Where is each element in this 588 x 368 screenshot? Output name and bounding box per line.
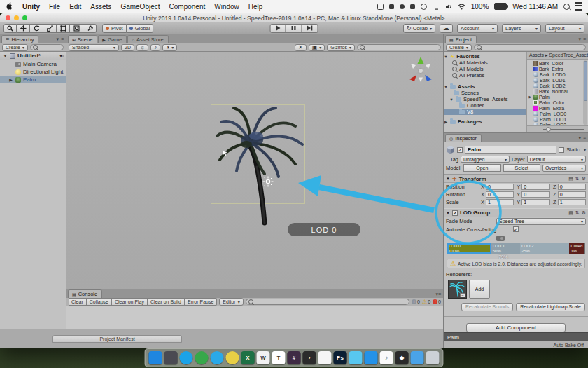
window-titlebar[interactable]: Unity 2019.1.0a14 Personal - Untitled - … [0, 13, 588, 23]
dock-icon[interactable] [426, 351, 440, 364]
slider-knob[interactable] [546, 127, 551, 132]
dock-icon[interactable]: T [272, 351, 286, 364]
dock-icon[interactable]: › [303, 351, 316, 364]
menubar-assets[interactable]: Assets [90, 3, 111, 11]
conifer-row[interactable]: Conifer [444, 102, 526, 109]
project-create-button[interactable]: Create▾ [446, 44, 472, 51]
cloud-button[interactable]: ☁ [440, 24, 453, 33]
status-eye-icon[interactable] [421, 4, 427, 10]
global-toggle-button[interactable]: Global [127, 24, 154, 33]
2d-toggle[interactable]: 2D [121, 44, 134, 51]
gameobject-name-field[interactable] [465, 146, 556, 154]
panel-menu-icon[interactable]: ≡ [583, 36, 586, 42]
add-component-button[interactable]: Add Component [466, 323, 566, 332]
overrides-dropdown[interactable]: Overrides▾ [542, 165, 586, 172]
asset-row[interactable]: Palm_Color [528, 100, 582, 105]
spotlight-icon[interactable] [564, 4, 570, 10]
x-field[interactable]: 1 [486, 199, 514, 205]
step-button[interactable] [302, 24, 318, 33]
scene-viewport[interactable]: LOD 0 [66, 52, 443, 289]
dock-icon[interactable] [211, 351, 224, 364]
v8-row[interactable]: V8 [444, 109, 526, 115]
asset-row[interactable]: Palm_LOD2 [528, 122, 582, 125]
dock-icon[interactable] [365, 351, 378, 364]
custom-tool-button[interactable] [83, 24, 97, 33]
lod-camera-icon[interactable] [496, 236, 505, 241]
asset-row[interactable]: Bark_LOD2 [528, 83, 582, 88]
x-field[interactable]: 0 [486, 191, 514, 198]
dock-icon[interactable] [195, 351, 209, 364]
model-select-button[interactable]: Select [503, 164, 541, 172]
fade-mode-dropdown[interactable]: Speed Tree▾ [496, 218, 586, 225]
recalculate-lightmap-button[interactable]: Recalculate Lightmap Scale [516, 303, 585, 311]
menubar-edit[interactable]: Edit [69, 3, 81, 11]
console-button[interactable]: Clear on Play [112, 298, 148, 306]
scene-audio-toggle[interactable]: ♪ [150, 44, 160, 51]
model-open-button[interactable]: Open [463, 164, 501, 172]
console-editor-dropdown[interactable]: Editor▾ [219, 298, 243, 306]
panel-menu-icon[interactable]: ▾≡ [435, 292, 441, 297]
menubar-file[interactable]: File [49, 3, 60, 11]
console-button[interactable]: Clear on Build [148, 298, 185, 306]
static-dropdown-icon[interactable]: ▾ [584, 147, 586, 152]
all-prefabs-row[interactable]: All Prefabs [444, 72, 526, 79]
minimize-window-button[interactable] [14, 15, 19, 20]
asset-row[interactable]: ▶ Palm [528, 94, 582, 100]
auto-bake-status[interactable]: Auto Bake Off [444, 341, 588, 348]
y-field[interactable]: 0 [522, 184, 550, 190]
asset-row[interactable]: Bark_Color [528, 60, 582, 66]
console-button[interactable]: Collapse [87, 298, 112, 306]
dock-icon[interactable] [164, 351, 178, 364]
light-gizmo-icon[interactable] [262, 176, 274, 187]
console-log-area[interactable] [66, 306, 443, 329]
collab-button[interactable]: ↻ Collab▾ [403, 24, 435, 33]
move-tool-button[interactable] [17, 24, 30, 33]
foldout-icon[interactable]: ▼ [446, 177, 450, 181]
wifi-icon[interactable] [458, 4, 465, 10]
lod-segment[interactable]: LOD 0100% [447, 243, 491, 254]
dock-icon[interactable]: W [257, 351, 270, 364]
asset-row[interactable]: Bark_Extra [528, 66, 582, 71]
palm-tree-model[interactable] [216, 101, 308, 226]
scene-tools-toggle[interactable]: ✕ [295, 44, 307, 51]
scale-tool-button[interactable] [43, 24, 57, 33]
lod-slider[interactable]: LOD 0100% LOD 150% LOD 225% [447, 236, 585, 257]
hierarchy-scene-row[interactable]: ▼ Untitled* ▾≡ [0, 52, 66, 60]
layer-dropdown[interactable]: Default▾ [527, 156, 586, 163]
notification-center-icon[interactable] [575, 2, 582, 11]
dock-icon[interactable] [411, 351, 424, 364]
lod-segment[interactable]: LOD 150% [491, 243, 520, 254]
tab-scene[interactable]: ⊞Scene [68, 35, 97, 43]
error-count[interactable]: 0 [433, 299, 441, 304]
z-field[interactable]: 0 [558, 191, 586, 198]
foldout-icon[interactable]: ▼ [3, 54, 8, 58]
scene-options-icon[interactable]: ▾≡ [59, 53, 64, 58]
settings-gear-icon[interactable]: ⚙ [582, 210, 586, 216]
panel-menu-icon[interactable]: ≡ [583, 135, 586, 141]
hierarchy-item[interactable]: Directional Light [0, 68, 66, 76]
scrollbar[interactable] [583, 60, 587, 125]
dock-icon[interactable] [149, 351, 162, 364]
lock-icon[interactable]: ▾ [56, 36, 59, 42]
zoom-window-button[interactable] [22, 15, 27, 20]
status-app-icon[interactable] [377, 4, 384, 10]
lock-icon[interactable]: ▾ [578, 135, 581, 141]
pivot-toggle-button[interactable]: Pivot [102, 24, 127, 33]
add-renderer-button[interactable]: Add [469, 280, 490, 299]
tab-inspector[interactable]: ◎Inspector [445, 134, 482, 142]
hand-tool-button[interactable] [4, 24, 17, 33]
tab-console[interactable]: ▤Console [68, 289, 102, 298]
asset-row[interactable]: Bark_LOD0 [528, 71, 582, 77]
tab-hierarchy[interactable]: ☰Hierarchy [1, 35, 38, 43]
warning-count[interactable]: ⚠0 [422, 299, 430, 304]
lod-group-header[interactable]: ▼ ✓ LOD Group ▤⇅⚙ [444, 208, 588, 217]
scene-search-input[interactable] [357, 44, 441, 50]
status-app-icon[interactable] [400, 4, 405, 9]
menubar-window[interactable]: Window [214, 3, 239, 11]
dock-icon[interactable] [318, 351, 332, 364]
info-count[interactable]: 0 [412, 299, 420, 304]
all-models-row[interactable]: All Models [444, 66, 526, 72]
foldout-icon[interactable]: ▼ [446, 211, 450, 215]
menubar-component[interactable]: Component [169, 3, 206, 11]
speedtree-assets-row[interactable]: ▼SpeedTree_Assets [444, 96, 526, 102]
